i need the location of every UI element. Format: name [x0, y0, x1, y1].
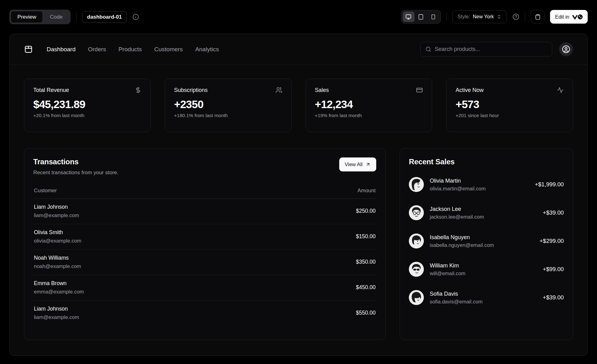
tab-preview[interactable]: Preview: [11, 11, 43, 23]
transaction-row: Olivia Smith olivia@example.com $150.00: [33, 224, 376, 250]
sale-email: sofia.davis@email.com: [430, 299, 483, 305]
stat-change: +19% from last month: [315, 113, 423, 118]
sale-amount: +$99.00: [543, 266, 564, 273]
recent-sales-card: Recent Sales Olivia Martin olivia.martin…: [400, 148, 573, 340]
sale-amount: +$39.00: [543, 294, 564, 301]
credit-card-icon: [416, 87, 423, 93]
stat-cards: Total Revenue $45,231.89 +20.1% from las…: [24, 79, 573, 132]
toolbar-left: Preview Code dashboard-01: [9, 10, 139, 24]
sale-name: Isabella Nguyen: [430, 234, 494, 241]
transactions-table: Customer Amount Liam Johnson liam@exampl…: [33, 188, 376, 326]
sale-amount: +$299.00: [539, 238, 564, 244]
customer-email: emma@example.com: [34, 289, 84, 295]
toolbar-separator: [447, 13, 447, 21]
avatar-jackson-lee: [409, 205, 424, 220]
device-phone-button[interactable]: [428, 11, 439, 22]
nav-link-products[interactable]: Products: [118, 46, 142, 52]
device-tablet-button[interactable]: [415, 11, 427, 22]
tab-code[interactable]: Code: [43, 11, 69, 23]
dollar-sign-icon: [135, 87, 141, 93]
dashboard-nav: Dashboard Orders Products Customers Anal…: [10, 34, 587, 65]
sale-item: William Kim will@email.com +$99.00: [409, 262, 564, 277]
tablet-icon: [418, 14, 424, 20]
nav-link-analytics[interactable]: Analytics: [195, 46, 219, 52]
nav-links: Dashboard Orders Products Customers Anal…: [47, 46, 219, 53]
view-all-button[interactable]: View All: [339, 157, 376, 171]
store-logo-icon[interactable]: [24, 45, 33, 54]
column-customer: Customer: [34, 188, 57, 194]
stat-change: +201 since last hour: [456, 113, 564, 118]
stat-card-total-revenue: Total Revenue $45,231.89 +20.1% from las…: [24, 79, 151, 132]
style-select[interactable]: Style: New York: [452, 10, 507, 23]
user-menu-button[interactable]: [559, 42, 573, 56]
stat-title: Total Revenue: [33, 87, 69, 93]
main-grid: Transactions Recent transactions from yo…: [24, 148, 573, 340]
toolbar-separator: [525, 13, 525, 21]
copy-code-button[interactable]: [531, 10, 544, 24]
toolbar-separator: [76, 13, 76, 21]
nav-link-orders[interactable]: Orders: [88, 46, 106, 52]
avatar-isabella-nguyen: [409, 234, 424, 248]
search-box: [420, 42, 552, 57]
arrow-up-right-icon: [365, 162, 371, 167]
toolbar-right: Style: New York Edit in: [401, 10, 588, 24]
customer-name: Olivia Smith: [34, 229, 81, 236]
customer-name: Liam Johnson: [34, 204, 79, 210]
stat-card-subscriptions: Subscriptions +2350 +180.1% from last mo…: [165, 79, 292, 132]
transaction-row: Liam Johnson liam@example.com $250.00: [33, 199, 376, 224]
stat-title: Active Now: [456, 87, 484, 93]
block-name-badge: dashboard-01: [82, 11, 127, 23]
sale-name: Sofia Davis: [430, 291, 483, 297]
sale-item: Olivia Martin olivia.martin@email.com +$…: [409, 177, 564, 192]
stat-value: $45,231.89: [33, 98, 141, 111]
sale-name: Olivia Martin: [430, 178, 486, 184]
sale-email: jackson.lee@email.com: [430, 214, 484, 220]
sale-email: isabella.nguyen@email.com: [430, 242, 494, 248]
customer-email: noah@example.com: [34, 263, 81, 269]
v0-logo-icon: [572, 14, 583, 20]
edit-in-v0-label: Edit in: [555, 14, 569, 20]
stat-value: +2350: [174, 98, 282, 111]
nav-link-dashboard[interactable]: Dashboard: [47, 46, 76, 52]
transactions-description: Recent transactions from your store.: [33, 170, 118, 176]
users-icon: [275, 87, 282, 93]
avatar-william-kim: [409, 262, 424, 277]
clipboard-icon: [535, 14, 541, 20]
customer-name: Emma Brown: [34, 280, 84, 287]
sale-email: will@email.com: [430, 271, 465, 276]
style-value: New York: [473, 14, 494, 19]
search-icon: [425, 46, 431, 52]
stat-title: Sales: [315, 87, 329, 93]
activity-icon: [557, 87, 564, 93]
view-all-label: View All: [345, 162, 363, 167]
sale-email: olivia.martin@email.com: [430, 186, 486, 192]
transaction-amount: $450.00: [356, 284, 376, 291]
customer-email: liam@example.com: [34, 212, 79, 218]
transactions-card: Transactions Recent transactions from yo…: [24, 148, 386, 340]
dashboard-preview-panel: Dashboard Orders Products Customers Anal…: [9, 34, 588, 356]
sale-item: Sofia Davis sofia.davis@email.com +$39.0…: [409, 290, 564, 305]
sale-amount: +$39.00: [543, 209, 564, 216]
avatar-olivia-martin: [409, 177, 424, 192]
column-amount: Amount: [357, 188, 376, 194]
chevrons-up-down-icon: [497, 14, 502, 19]
help-icon[interactable]: [512, 13, 519, 20]
table-header: Customer Amount: [33, 188, 376, 199]
customer-name: Liam Johnson: [34, 306, 79, 312]
transaction-row: Emma Brown emma@example.com $450.00: [33, 275, 376, 301]
customer-email: olivia@example.com: [34, 238, 81, 244]
stat-card-sales: Sales +12,234 +19% from last month: [306, 79, 433, 132]
sale-amount: +$1,999.00: [535, 181, 564, 188]
search-input[interactable]: [435, 46, 547, 52]
stat-change: +180.1% from last month: [174, 113, 282, 118]
edit-in-v0-button[interactable]: Edit in: [550, 10, 588, 24]
stat-change: +20.1% from last month: [33, 113, 141, 118]
circle-user-icon: [562, 45, 570, 53]
nav-link-customers[interactable]: Customers: [154, 46, 183, 52]
stat-card-active-now: Active Now +573 +201 since last hour: [446, 79, 573, 132]
device-desktop-button[interactable]: [403, 11, 414, 22]
info-icon[interactable]: [132, 14, 139, 20]
transactions-title: Transactions: [33, 157, 118, 166]
sale-name: Jackson Lee: [430, 206, 484, 212]
stat-value: +12,234: [315, 98, 423, 111]
